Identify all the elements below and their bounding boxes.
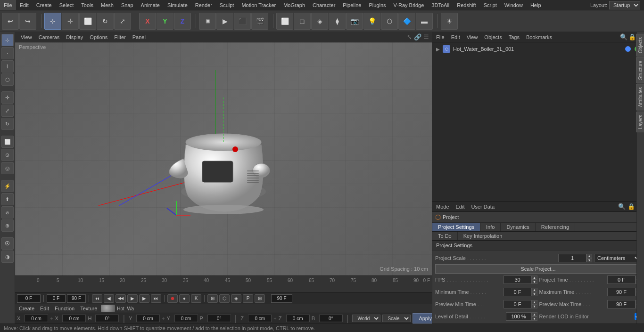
transform-tool-button[interactable]: ⤢ (114, 13, 131, 30)
rotate-button[interactable]: ↻ (1, 118, 14, 130)
record-button[interactable]: ⏺ (167, 294, 178, 303)
y1-input[interactable] (136, 315, 160, 322)
auto-key-button[interactable]: ● (179, 294, 190, 303)
h-input[interactable] (95, 315, 119, 322)
tab-info[interactable]: Info (480, 223, 501, 231)
timeline-ruler[interactable]: 0 5 10 15 20 25 30 35 40 45 50 55 60 65 … (15, 276, 432, 285)
box-select-button[interactable]: ⬜ (1, 136, 14, 148)
project-time-input[interactable] (607, 275, 636, 284)
vp-menu-cameras[interactable]: Cameras (36, 34, 63, 40)
attr-lock-icon[interactable]: 🔒 (627, 203, 635, 210)
bridge-button[interactable]: ⌀ (1, 206, 14, 219)
apply-button[interactable]: Apply (413, 313, 432, 324)
select-mode-button[interactable]: ⊹ (1, 34, 14, 46)
obj-menu-edit[interactable]: Edit (449, 34, 462, 40)
b-input[interactable] (319, 315, 343, 322)
knife-button[interactable]: ⚡ (1, 180, 14, 192)
p-input[interactable] (207, 315, 231, 322)
lod-up[interactable]: ▲ (532, 312, 537, 316)
vp-expand-icon[interactable]: ⤡ (407, 33, 412, 40)
camera-button[interactable]: 📷 (346, 13, 363, 30)
fps-input[interactable] (504, 275, 532, 284)
preview-min-down[interactable]: ▼ (532, 304, 537, 308)
floor-button[interactable]: ▬ (416, 13, 433, 30)
select-tool-button[interactable]: ⊹ (44, 13, 61, 30)
object-item[interactable]: ▶ ⬡ Hot_Water_Boiler_3L_001 (434, 44, 642, 54)
menu-motion-tracker[interactable]: Motion Tracker (238, 0, 280, 10)
preview-max-input[interactable] (607, 300, 636, 308)
fps-down[interactable]: ▼ (532, 280, 537, 284)
key-all-button[interactable]: K (191, 294, 201, 303)
vtab-attributes[interactable]: Attributes (636, 84, 644, 110)
x-axis-button[interactable]: X (139, 13, 156, 30)
vtab-objects[interactable]: Objects (636, 34, 644, 57)
vp-link-icon[interactable]: 🔗 (414, 33, 421, 40)
menu-plugins[interactable]: Plugins (365, 0, 389, 10)
poly-mode-button[interactable]: ⬡ (1, 73, 14, 86)
end-frame-input[interactable] (271, 294, 292, 303)
menu-mesh[interactable]: Mesh (97, 0, 117, 10)
preview-min-input[interactable] (504, 300, 532, 308)
surface-button[interactable]: ◻ (294, 13, 311, 30)
vp-menu-panel[interactable]: Panel (130, 34, 149, 40)
attr-search-icon[interactable]: 🔍 (618, 203, 626, 210)
render-anim-button[interactable]: 🎬 (251, 13, 268, 30)
y2-input[interactable] (174, 315, 198, 322)
menu-file[interactable]: File (0, 0, 16, 10)
edges-mode-button[interactable]: ⌇ (1, 60, 14, 73)
go-first-button[interactable]: ⏮ (92, 294, 102, 303)
min-time-up[interactable]: ▲ (532, 288, 537, 292)
y-axis-button[interactable]: Y (157, 13, 173, 30)
material-button[interactable]: ⬡ (381, 13, 398, 30)
render-view-button[interactable]: ▶ (216, 13, 233, 30)
obj-lock-icon[interactable]: 🔒 (628, 33, 636, 40)
menu-sculpt[interactable]: Sculpt (216, 0, 238, 10)
undo-button[interactable]: ↩ (2, 13, 19, 30)
menu-character[interactable]: Character (309, 0, 339, 10)
max-time-input[interactable] (607, 288, 636, 296)
layout-select[interactable]: Startup (609, 1, 640, 9)
menu-create[interactable]: Create (33, 0, 56, 10)
weld-button[interactable]: ⊕ (1, 219, 14, 232)
magnet-button[interactable]: ⦿ (1, 237, 14, 250)
material-preview-ball[interactable] (101, 305, 115, 312)
preview-button[interactable]: ◈ (231, 294, 241, 303)
min-time-down[interactable]: ▼ (532, 292, 537, 296)
move-tool-button[interactable]: ✛ (62, 13, 79, 30)
scale-button[interactable]: ⤢ (1, 105, 14, 117)
menu-tools[interactable]: Tools (77, 0, 97, 10)
points-mode-button[interactable]: · (1, 47, 14, 59)
render-region-button[interactable]: ▣ (199, 13, 216, 30)
menu-mograph[interactable]: MoGraph (280, 0, 309, 10)
x1-input[interactable] (25, 315, 48, 322)
obj-menu-view[interactable]: View (465, 34, 480, 40)
light-button[interactable]: 💡 (363, 13, 380, 30)
tab-dynamics[interactable]: Dynamics (501, 223, 535, 231)
scale-tool-button[interactable]: ⬜ (79, 13, 96, 30)
menu-animate[interactable]: Animate (137, 0, 164, 10)
move-button[interactable]: ✛ (1, 91, 14, 104)
obj-menu-file[interactable]: File (434, 34, 446, 40)
rotate-tool-button[interactable]: ↻ (97, 13, 114, 30)
render-motion-button[interactable]: ⬡ (219, 294, 230, 303)
mat-menu-function[interactable]: Function (53, 306, 76, 311)
vp-menu-view[interactable]: View (18, 34, 35, 40)
menu-vray[interactable]: V-Ray Bridge (390, 0, 428, 10)
mat-menu-texture[interactable]: Texture (78, 306, 99, 311)
preview-min-up[interactable]: ▲ (532, 300, 537, 304)
project-scale-input[interactable]: ▲ ▼ (558, 254, 592, 262)
obj-menu-tags[interactable]: Tags (507, 34, 521, 40)
world-dropdown[interactable]: World (352, 315, 380, 322)
deformer-button[interactable]: ⧫ (329, 13, 346, 30)
tab-project-settings[interactable]: Project Settings (432, 223, 480, 231)
fps-up[interactable]: ▲ (532, 275, 537, 280)
vp-menu-display[interactable]: Display (63, 34, 86, 40)
min-time-input[interactable] (504, 288, 532, 296)
lasso-button[interactable]: ⊙ (1, 149, 14, 161)
render-full-button[interactable]: ⬛ (234, 13, 251, 30)
lod-input[interactable] (506, 312, 532, 321)
current-frame-input[interactable] (17, 294, 41, 303)
obj-search-icon[interactable]: 🔍 (620, 33, 627, 40)
obj-menu-bookmarks[interactable]: Bookmarks (524, 34, 554, 40)
play-button[interactable]: ▶ (127, 294, 138, 303)
